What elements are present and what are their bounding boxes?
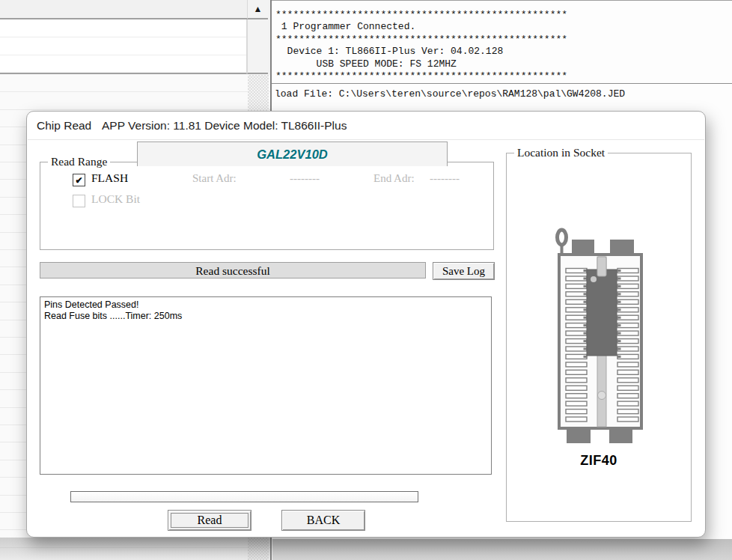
buffer-grid-header xyxy=(0,0,247,19)
read-button[interactable]: Read xyxy=(168,510,251,531)
zif-socket-icon xyxy=(554,226,653,451)
lock-bit-checkbox xyxy=(73,195,85,207)
result-log-box[interactable]: Pins Detected Passed! Read Fuse bits ...… xyxy=(40,296,492,475)
socket-name-label: ZIF40 xyxy=(507,453,691,469)
device-name-tab: GAL22V10D xyxy=(137,141,448,166)
progress-bar xyxy=(70,491,418,502)
end-adr-value: -------- xyxy=(430,172,460,185)
flash-checkbox[interactable]: ✔ xyxy=(73,174,85,186)
console-text: ****************************************… xyxy=(272,1,732,82)
load-file-line: load File: C:\Users\teren\source\repos\R… xyxy=(272,85,732,107)
dialog-title: Chip Read xyxy=(37,112,91,139)
read-range-label: Read Range xyxy=(48,155,110,168)
location-in-socket-group: Location in Socket xyxy=(506,153,692,522)
scrollbar-up-button[interactable]: ▲ xyxy=(247,0,268,19)
flash-label: FLASH xyxy=(91,171,128,185)
save-log-button[interactable]: Save Log xyxy=(433,262,495,280)
lock-bit-label: LOCK Bit xyxy=(91,192,140,206)
scrollbar-track[interactable] xyxy=(247,19,268,74)
scroll-up-icon: ▲ xyxy=(254,4,263,14)
dialog-subtitle: APP Version: 11.81 Device Model: TL866II… xyxy=(102,112,347,139)
back-button[interactable]: BACK xyxy=(281,510,365,531)
bottom-strip-right xyxy=(272,538,732,560)
start-adr-value: -------- xyxy=(290,172,320,185)
end-adr-label: End Adr: xyxy=(373,172,415,185)
bottom-strip-left xyxy=(0,538,270,560)
screen: ▲ **************************************… xyxy=(0,0,732,560)
read-range-group: Read Range ✔ FLASH Start Adr: -------- E… xyxy=(40,162,494,250)
location-in-socket-label: Location in Socket xyxy=(514,146,608,159)
chip-read-dialog: Chip Read APP Version: 11.81 Device Mode… xyxy=(26,111,706,538)
start-adr-label: Start Adr: xyxy=(192,172,237,185)
log-console-output: ****************************************… xyxy=(272,1,732,84)
title-separator xyxy=(28,139,704,140)
status-bar: Read successful xyxy=(40,262,426,279)
buffer-grid-rows[interactable] xyxy=(0,19,247,74)
check-icon: ✔ xyxy=(75,175,82,186)
